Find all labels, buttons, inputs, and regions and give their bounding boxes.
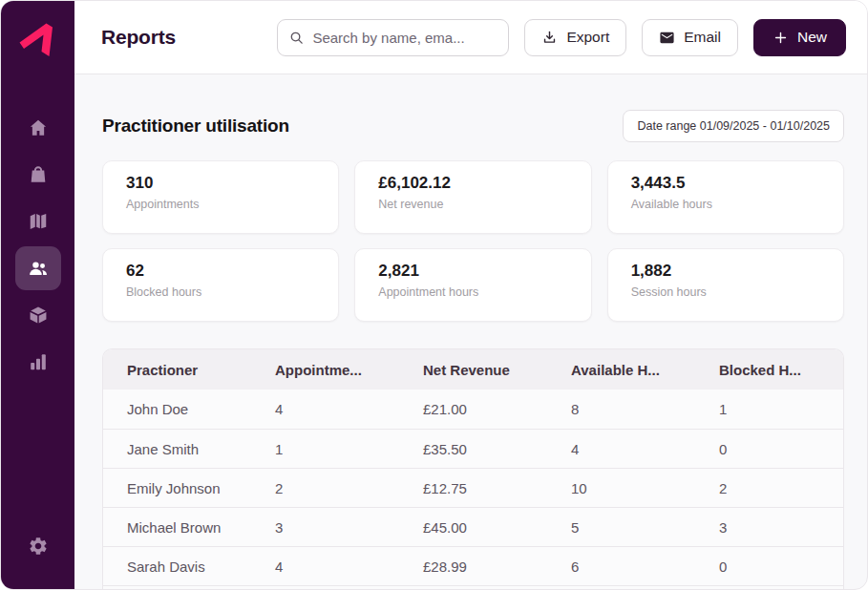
stat-value: 62 — [126, 262, 315, 281]
app-window: Reports Export — [0, 0, 868, 590]
stat-value: 3,443.5 — [631, 174, 820, 193]
new-button-label: New — [797, 29, 827, 46]
cell-available-hours: 10 — [547, 480, 695, 496]
sidebar-item-map[interactable] — [15, 200, 61, 243]
sidebar-item-settings[interactable] — [15, 524, 61, 568]
sidebar-item-reports[interactable] — [15, 340, 61, 384]
home-icon — [28, 117, 49, 138]
cell-net-revenue: £45.00 — [399, 519, 547, 536]
stat-card-appointments: 310 Appointments — [102, 160, 339, 234]
export-button-label: Export — [566, 29, 609, 46]
cell-appointments: 4 — [251, 558, 399, 575]
stat-label: Blocked hours — [126, 285, 315, 299]
column-header-blocked-hours[interactable]: Blocked H... — [695, 362, 843, 378]
envelope-icon — [659, 30, 675, 46]
section-title: Practitioner utilisation — [102, 116, 289, 137]
column-header-appointments[interactable]: Appointme... — [251, 362, 399, 378]
download-icon — [541, 30, 558, 46]
content-area: Practitioner utilisation Date range 01/0… — [74, 74, 867, 589]
cell-available-hours: 5 — [547, 519, 695, 536]
date-range-chip[interactable]: Date range 01/09/2025 - 01/10/2025 — [623, 110, 844, 142]
stat-card-net-revenue: £6,102.12 Net revenue — [354, 160, 591, 234]
bar-chart-icon — [28, 351, 49, 372]
sidebar-item-shop[interactable] — [15, 153, 61, 197]
cell-practioner: Jane Smith — [103, 441, 251, 457]
table-header-row: Practioner Appointme... Net Revenue Avai… — [103, 349, 843, 390]
sidebar — [1, 1, 74, 589]
export-button[interactable]: Export — [524, 19, 626, 56]
section-header: Practitioner utilisation Date range 01/0… — [102, 110, 844, 142]
column-header-available-hours[interactable]: Available H... — [547, 362, 695, 378]
stat-label: Appointment hours — [378, 285, 567, 299]
sidebar-item-home[interactable] — [15, 106, 61, 150]
cell-net-revenue: £35.50 — [399, 441, 547, 457]
cell-available-hours: 6 — [547, 558, 695, 575]
search-input[interactable] — [312, 30, 497, 46]
stat-label: Available hours — [631, 198, 820, 211]
main-column: Reports Export — [74, 1, 867, 589]
column-header-practioner[interactable]: Practioner — [103, 362, 251, 378]
stat-card-blocked-hours: 62 Blocked hours — [102, 248, 339, 322]
stat-value: 2,821 — [378, 262, 567, 281]
cube-icon — [28, 305, 49, 326]
column-header-net-revenue[interactable]: Net Revenue — [399, 362, 547, 378]
cell-appointments: 1 — [251, 441, 399, 457]
stat-label: Net revenue — [378, 198, 567, 211]
cell-blocked-hours: 0 — [695, 558, 843, 575]
page-title: Reports — [101, 26, 176, 49]
cell-blocked-hours: 2 — [695, 480, 843, 496]
plus-icon — [773, 30, 789, 46]
topbar-actions: Export Email New — [277, 19, 846, 56]
cell-net-revenue: £21.00 — [399, 401, 547, 417]
cell-practioner: Michael Brown — [103, 519, 251, 536]
table-row[interactable]: Jane Smith 1 £35.50 4 0 — [103, 429, 843, 468]
stat-label: Appointments — [126, 198, 315, 211]
sidebar-item-products[interactable] — [15, 293, 61, 337]
cell-available-hours: 8 — [547, 401, 695, 417]
cell-practioner: Emily Johnson — [103, 480, 251, 496]
stat-card-appointment-hours: 2,821 Appointment hours — [354, 248, 591, 322]
cell-blocked-hours: 1 — [695, 401, 843, 417]
cell-net-revenue: £28.99 — [399, 558, 547, 575]
date-range-label: Date range 01/09/2025 - 01/10/2025 — [637, 119, 830, 133]
email-button-label: Email — [684, 29, 721, 46]
brand-arrow-logo — [17, 16, 59, 62]
cell-available-hours: 4 — [547, 441, 695, 457]
table-row[interactable]: Michael Brown 3 £45.00 5 3 — [103, 507, 843, 546]
cell-appointments: 4 — [251, 401, 399, 417]
table-row[interactable]: John Doe 4 £21.00 8 1 — [103, 390, 843, 429]
cell-blocked-hours: 3 — [695, 519, 843, 536]
shopping-bag-icon — [28, 164, 49, 185]
new-button[interactable]: New — [753, 19, 846, 56]
gear-icon — [28, 536, 49, 557]
table-row[interactable]: Sarah Davis 4 £28.99 6 0 — [103, 546, 843, 585]
people-icon — [28, 258, 49, 279]
email-button[interactable]: Email — [642, 19, 738, 56]
cell-practioner: John Doe — [103, 401, 251, 417]
cell-practioner: Sarah Davis — [103, 558, 251, 575]
map-icon — [28, 211, 49, 232]
sidebar-item-people[interactable] — [15, 246, 61, 290]
search-icon — [289, 31, 304, 45]
stat-value: 310 — [126, 174, 315, 193]
stat-card-available-hours: 3,443.5 Available hours — [607, 160, 844, 234]
sidebar-nav — [15, 106, 61, 384]
stat-value: 1,882 — [631, 262, 820, 281]
table-row-partial — [103, 585, 843, 589]
cell-appointments: 3 — [251, 519, 399, 536]
topbar: Reports Export — [74, 1, 867, 74]
practitioner-table: Practioner Appointme... Net Revenue Avai… — [102, 348, 844, 589]
cell-blocked-hours: 0 — [695, 441, 843, 457]
stats-grid: 310 Appointments £6,102.12 Net revenue 3… — [102, 160, 844, 322]
stat-card-session-hours: 1,882 Session hours — [607, 248, 844, 322]
stat-label: Session hours — [631, 285, 820, 299]
search-box[interactable] — [277, 19, 509, 56]
table-row[interactable]: Emily Johnson 2 £12.75 10 2 — [103, 468, 843, 507]
cell-appointments: 2 — [251, 480, 399, 496]
cell-net-revenue: £12.75 — [399, 480, 547, 496]
stat-value: £6,102.12 — [378, 174, 567, 193]
